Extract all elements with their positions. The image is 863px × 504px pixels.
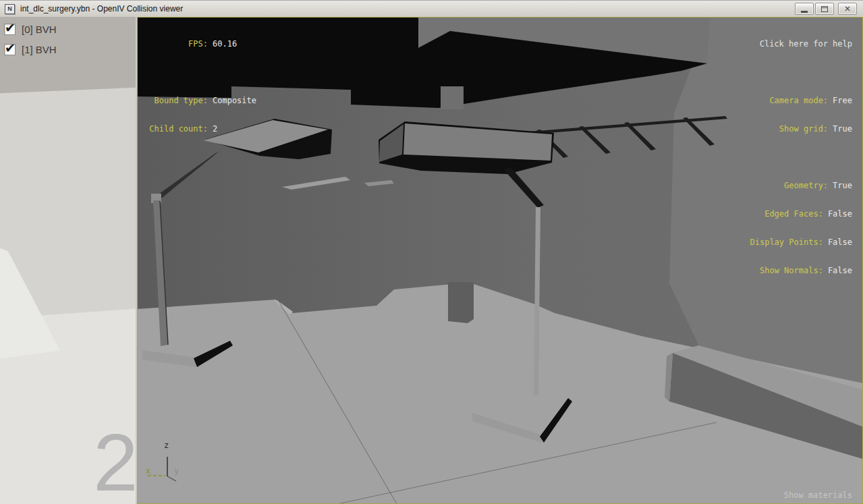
close-icon: ✕ bbox=[844, 5, 851, 13]
window-controls: ✕ bbox=[795, 3, 857, 15]
render-viewport[interactable]: FPS:60.16 Bound type:Composite Child cou… bbox=[137, 17, 863, 504]
bound-item-0[interactable]: ✔ [0] BVH bbox=[4, 21, 136, 37]
fps-label: FPS: bbox=[149, 39, 208, 49]
show-normals-value: False bbox=[828, 266, 852, 275]
geometry-label: Geometry: bbox=[784, 181, 828, 190]
edged-faces-label: Edged Faces: bbox=[764, 209, 823, 219]
camera-mode-value: Free bbox=[833, 96, 852, 105]
check-icon: ✔ bbox=[5, 20, 16, 36]
bound-1-label: [1] BVH bbox=[22, 44, 57, 55]
fps-value: 60.16 bbox=[213, 39, 237, 49]
axis-y-label: y bbox=[174, 466, 179, 476]
bound-type-label: Bound type: bbox=[149, 96, 208, 105]
wall-duct bbox=[441, 86, 464, 109]
display-points-label: Display Points: bbox=[750, 237, 823, 247]
show-grid-label: Show grid: bbox=[779, 124, 828, 134]
camera-mode-label: Camera mode: bbox=[769, 96, 828, 105]
settings-overlay: Click here for help Camera mode:Free Sho… bbox=[750, 20, 853, 294]
title-bar[interactable]: N int_dlc_surgery.ybn - OpenIV Collision… bbox=[0, 0, 863, 17]
show-normals-label: Show Normals: bbox=[760, 266, 823, 275]
show-grid-value: True bbox=[833, 124, 852, 134]
bound-0-checkbox[interactable]: ✔ bbox=[4, 24, 16, 35]
app-icon: N bbox=[5, 4, 15, 14]
close-button[interactable]: ✕ bbox=[838, 3, 857, 15]
show-materials-toggle[interactable]: Show materials bbox=[784, 491, 852, 500]
bounds-list-panel: ✔ [0] BVH ✔ [1] BVH 2 bbox=[0, 17, 137, 504]
watermark-number: 2 bbox=[93, 422, 137, 503]
stats-overlay: FPS:60.16 Bound type:Composite Child cou… bbox=[149, 20, 256, 152]
axis-z-label: z bbox=[164, 441, 169, 450]
minimize-button[interactable] bbox=[795, 3, 814, 15]
bound-item-1[interactable]: ✔ [1] BVH bbox=[4, 41, 136, 57]
child-count-label: Child count: bbox=[149, 124, 208, 134]
app-window: N int_dlc_surgery.ybn - OpenIV Collision… bbox=[0, 0, 863, 504]
axis-x-label: x bbox=[146, 466, 150, 476]
check-icon: ✔ bbox=[5, 40, 16, 56]
wall-column bbox=[448, 282, 474, 323]
maximize-button[interactable] bbox=[815, 3, 834, 15]
display-points-value: False bbox=[828, 237, 852, 247]
geometry-value: True bbox=[833, 181, 852, 190]
maximize-icon bbox=[821, 6, 828, 12]
help-link[interactable]: Click here for help bbox=[760, 39, 852, 49]
edged-faces-value: False bbox=[828, 209, 852, 219]
bound-type-value: Composite bbox=[213, 96, 256, 105]
child-count-value: 2 bbox=[213, 124, 217, 134]
bound-0-label: [0] BVH bbox=[22, 24, 57, 35]
minimize-icon bbox=[801, 11, 808, 13]
window-title: int_dlc_surgery.ybn - OpenIV Collision v… bbox=[20, 4, 183, 13]
bound-1-checkbox[interactable]: ✔ bbox=[4, 44, 16, 55]
